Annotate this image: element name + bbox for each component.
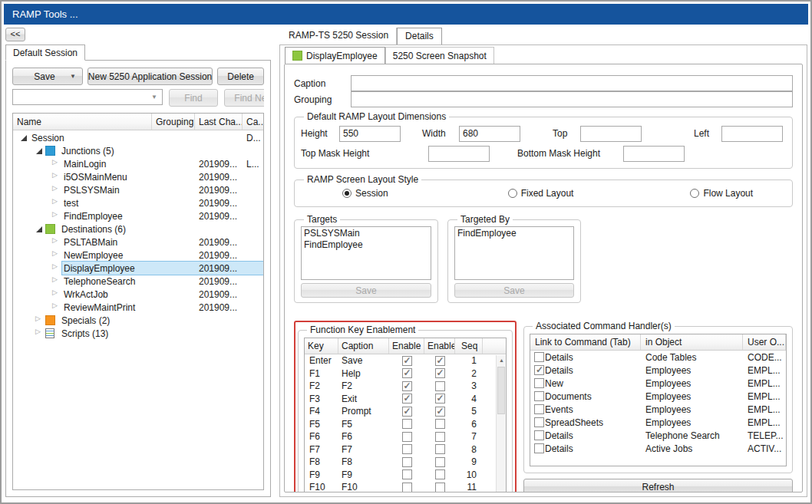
- enable-checkbox[interactable]: [435, 407, 445, 417]
- targets-list-item[interactable]: FindEmployee: [304, 239, 428, 251]
- function-key-row[interactable]: F8 F8 9: [305, 456, 495, 469]
- enable-checkbox[interactable]: [435, 419, 445, 429]
- expander-icon[interactable]: [51, 264, 61, 273]
- expander-icon[interactable]: [51, 173, 61, 182]
- function-key-row[interactable]: F1 Help 2: [305, 367, 495, 380]
- link-to-command-checkbox[interactable]: [534, 443, 544, 453]
- function-key-row[interactable]: Enter Save 1: [305, 354, 495, 367]
- expander-icon[interactable]: [51, 290, 61, 299]
- command-handler-row[interactable]: Details Active Jobs ACTIV...: [530, 442, 786, 455]
- targeted-by-save-button[interactable]: Save: [454, 283, 574, 298]
- radio-icon[interactable]: [508, 189, 517, 198]
- expander-icon[interactable]: [35, 147, 44, 156]
- enable-checkbox[interactable]: [435, 381, 445, 391]
- tree-row-content[interactable]: test 201909...: [62, 196, 263, 209]
- tree-row-content[interactable]: MainLogin 201909... L...: [62, 157, 263, 170]
- expander-icon[interactable]: [35, 316, 44, 325]
- left-input[interactable]: [721, 126, 783, 142]
- tree-row-content[interactable]: FindEmployee 201909...: [62, 209, 263, 222]
- expander-icon[interactable]: [19, 133, 28, 143]
- tree-row-content[interactable]: Specials (2): [60, 314, 263, 327]
- command-handler-row[interactable]: Details Code Tables CODE...: [530, 351, 786, 364]
- enable-checkbox[interactable]: [435, 432, 445, 442]
- tree-row[interactable]: MainLogin 201909... L...: [13, 157, 263, 170]
- enable-checkbox[interactable]: [435, 457, 445, 467]
- screen-tab[interactable]: 5250 Screen Snapshot: [385, 47, 494, 64]
- enable-key-checkbox[interactable]: [402, 469, 412, 479]
- tree-row-content[interactable]: Junctions (5): [60, 144, 263, 157]
- function-key-scrollbar[interactable]: ▲ ▼: [496, 355, 506, 492]
- enable-checkbox[interactable]: [435, 356, 445, 366]
- refresh-button[interactable]: Refresh: [523, 479, 793, 492]
- tree-row[interactable]: DisplayEmployee 201909...: [13, 262, 263, 275]
- tree-row[interactable]: ReviewMaintPrint 201909...: [13, 301, 263, 314]
- screen-tab[interactable]: DisplayEmployee: [285, 47, 385, 64]
- enable-checkbox[interactable]: [435, 483, 445, 492]
- scrollbar-thumb[interactable]: [497, 367, 505, 414]
- column-header-enable-key[interactable]: Enable Key: [389, 338, 424, 354]
- function-key-row[interactable]: F10 F10 11: [305, 481, 495, 492]
- tree-row-content[interactable]: Session D...: [30, 131, 263, 144]
- tree-row[interactable]: TelephoneSearch 201909...: [13, 275, 263, 288]
- expander-icon[interactable]: [51, 238, 61, 247]
- tree-row[interactable]: PSLSYSMain 201909...: [13, 183, 263, 196]
- tree-row-content[interactable]: TelephoneSearch 201909...: [62, 275, 263, 288]
- function-key-row[interactable]: F7 F7 8: [305, 443, 495, 456]
- expander-icon[interactable]: [35, 225, 44, 234]
- expander-icon[interactable]: [51, 160, 61, 169]
- tree-row-content[interactable]: Scripts (13): [60, 327, 263, 340]
- save-dropdown-arrow-icon[interactable]: ▼: [70, 74, 76, 80]
- tree-row[interactable]: WrkActJob 201909...: [13, 288, 263, 301]
- tree-row-content[interactable]: DisplayEmployee 201909...: [62, 262, 263, 275]
- enable-key-checkbox[interactable]: [402, 444, 412, 454]
- width-input[interactable]: [459, 126, 520, 142]
- find-button[interactable]: Find: [169, 89, 218, 107]
- scroll-up-icon[interactable]: ▲: [497, 355, 507, 365]
- column-header-grouping[interactable]: Grouping: [152, 114, 195, 130]
- layout-style-radio-option[interactable]: Flow Layout: [690, 188, 753, 199]
- link-to-command-checkbox[interactable]: [534, 391, 544, 401]
- link-to-command-checkbox[interactable]: [534, 378, 544, 388]
- layout-style-radio-option[interactable]: Fixed Layout: [508, 188, 574, 199]
- targets-save-button[interactable]: Save: [301, 283, 431, 298]
- expander-icon[interactable]: [51, 186, 61, 195]
- enable-key-checkbox[interactable]: [402, 394, 412, 404]
- tree-row[interactable]: Session D...: [13, 131, 263, 144]
- targeted-by-list[interactable]: FindEmployee: [454, 226, 574, 280]
- tree-row[interactable]: test 201909...: [13, 196, 263, 209]
- targets-list[interactable]: PSLSYSMainFindEmployee: [301, 226, 431, 280]
- column-header-caption[interactable]: Caption: [338, 338, 389, 354]
- column-header-seq[interactable]: Seq: [455, 338, 483, 354]
- tree-row-content[interactable]: Destinations (6): [60, 222, 263, 236]
- link-to-command-checkbox[interactable]: [534, 417, 544, 427]
- layout-style-radio-option[interactable]: Session: [342, 188, 388, 199]
- expander-icon[interactable]: [51, 303, 61, 312]
- bottom-mask-height-input[interactable]: [623, 146, 685, 162]
- command-handler-row[interactable]: Documents Employees EMPL...: [530, 390, 786, 403]
- column-header-last-changed[interactable]: Last Cha...: [195, 114, 243, 130]
- radio-icon[interactable]: [690, 189, 699, 198]
- caption-input[interactable]: [351, 75, 793, 91]
- column-header-enable[interactable]: Enable: [424, 338, 455, 354]
- radio-icon[interactable]: [342, 189, 352, 198]
- expander-icon[interactable]: [35, 329, 44, 338]
- find-next-button[interactable]: Find Next: [224, 89, 264, 107]
- collapse-panel-button[interactable]: <<: [5, 28, 25, 41]
- tree-row-content[interactable]: PSLSYSMain 201909...: [62, 183, 263, 196]
- expander-icon[interactable]: [51, 251, 61, 260]
- link-to-command-checkbox[interactable]: [534, 365, 544, 375]
- enable-key-checkbox[interactable]: [402, 368, 412, 378]
- tree-row[interactable]: FindEmployee 201909...: [13, 209, 263, 222]
- enable-key-checkbox[interactable]: [402, 432, 412, 442]
- command-handler-row[interactable]: Details Employees EMPL...: [530, 364, 786, 377]
- tree-row[interactable]: Specials (2): [13, 314, 263, 327]
- top-mask-height-input[interactable]: [428, 146, 490, 162]
- save-split-button[interactable]: Save ▼: [12, 68, 83, 85]
- tree-row[interactable]: Destinations (6): [13, 222, 263, 236]
- tree-row-content[interactable]: PSLTABMain 201909...: [62, 236, 263, 249]
- enable-checkbox[interactable]: [435, 444, 445, 454]
- function-key-row[interactable]: F3 Exit 4: [305, 393, 495, 406]
- command-handler-row[interactable]: New Employees EMPL...: [530, 377, 786, 390]
- detail-tab[interactable]: Details: [397, 28, 442, 44]
- tab-default-session[interactable]: Default Session: [5, 44, 85, 61]
